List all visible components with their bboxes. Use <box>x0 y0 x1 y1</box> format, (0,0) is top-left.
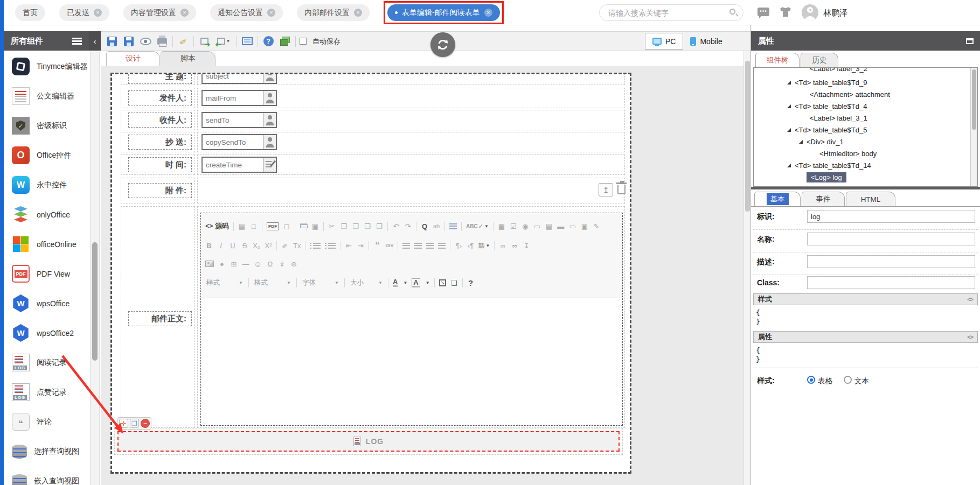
autosave-checkbox[interactable] <box>300 38 307 45</box>
menu-icon[interactable] <box>72 38 82 45</box>
search-icon[interactable] <box>729 9 735 15</box>
link-icon[interactable]: ∞ <box>499 242 506 250</box>
person-picker-icon[interactable] <box>263 73 276 83</box>
form-canvas[interactable]: 主 题: subject 发件人: mailFrom 收件人: sendTo <box>110 73 631 474</box>
username[interactable]: 林鹏泽 <box>823 8 847 18</box>
save-as-button[interactable] <box>122 35 135 48</box>
tab-content-settings[interactable]: 内容管理设置× <box>123 4 196 21</box>
tab-mail-settings[interactable]: 内部邮件设置× <box>297 4 370 21</box>
sidebar-item-security[interactable]: 密级标识 <box>4 111 89 140</box>
wizard-button[interactable]: ✏ <box>174 32 192 50</box>
person-picker-icon[interactable] <box>263 135 276 149</box>
trash-icon[interactable] <box>617 185 625 194</box>
close-icon[interactable]: × <box>484 9 492 17</box>
field-name-input[interactable] <box>807 233 975 245</box>
sidebar-item-embed-query[interactable]: 嵌入查询视图 <box>4 466 89 485</box>
tab-home[interactable]: 首页 <box>15 4 45 21</box>
special-char-icon[interactable]: Ω <box>266 260 274 268</box>
delete-icon[interactable]: − <box>141 419 150 428</box>
refresh-button[interactable] <box>430 32 455 57</box>
sidebar-item-tinymce[interactable]: Tinymce编辑器 <box>4 52 89 81</box>
preview-icon[interactable]: ◻ <box>283 222 290 230</box>
panel-window-icon[interactable] <box>966 38 974 44</box>
message-icon[interactable]: ••• <box>757 8 769 16</box>
strikethrough-icon[interactable]: S <box>241 242 248 250</box>
tab-html[interactable]: HTML <box>846 192 895 206</box>
mailfrom-label[interactable]: 发件人: <box>128 90 192 106</box>
print-button[interactable] <box>156 35 169 48</box>
radio-icon[interactable]: ◉ <box>522 222 529 230</box>
horizontal-rule-icon[interactable]: — <box>242 260 249 268</box>
sidebar-item-pdfview[interactable]: PDFPDF View <box>4 259 89 289</box>
sidebar-item-select-query[interactable]: 选择查询视图 <box>4 437 89 466</box>
mailfrom-input[interactable]: mailFrom <box>201 90 277 106</box>
tree-node[interactable]: <Label> label_3_1 <box>810 113 867 123</box>
sidebar-collapse-button[interactable]: ‹ <box>89 31 101 51</box>
tab-event[interactable]: 事件 <box>802 192 845 206</box>
show-blocks-icon[interactable]: ❏ <box>450 279 458 287</box>
select-field-icon[interactable]: ▬ <box>557 222 565 230</box>
sidebar-item-wpsoffice2[interactable]: wpsOffice2 <box>4 318 89 348</box>
bold-icon[interactable]: B <box>205 242 213 250</box>
attachment-area[interactable] <box>197 178 625 203</box>
duplicate-icon[interactable]: ❐ <box>130 419 139 428</box>
redo-icon[interactable]: ↷ <box>404 222 412 230</box>
copysendto-input[interactable]: copySendTo <box>201 134 277 150</box>
templates-icon[interactable]: ▣ <box>311 222 319 230</box>
expand-icon[interactable] <box>787 104 791 108</box>
tab-notice-settings[interactable]: 通知公告设置× <box>210 4 283 21</box>
tree-node[interactable]: <Htmleditor> body <box>819 148 877 159</box>
scrollbar-thumb[interactable] <box>92 242 98 361</box>
flash-icon[interactable]: ● <box>218 260 226 268</box>
bidi-ltr-icon[interactable]: ¶› <box>455 242 462 250</box>
tab-sent[interactable]: 已发送× <box>59 4 109 21</box>
help-button[interactable]: ? <box>262 35 275 48</box>
tree-scrollbar[interactable] <box>970 68 977 186</box>
subscript-icon[interactable]: X₂ <box>253 242 260 250</box>
html-editor[interactable]: <>源码 ▤ □ PDF ◻ ▣ ✂ ❐ ❒ ❒ <box>200 213 623 426</box>
createtime-label[interactable]: 时 间: <box>128 157 192 172</box>
iframe-icon[interactable]: ⊕ <box>290 260 297 268</box>
device-pc-button[interactable]: PC <box>645 33 683 50</box>
sidebar-item-wpsoffice[interactable]: wpsOffice <box>4 289 89 318</box>
subject-label[interactable]: 主 题: <box>128 73 192 84</box>
attachment-label[interactable]: 附 件: <box>128 183 192 198</box>
checkbox-icon[interactable]: ☑ <box>510 222 517 230</box>
format-dropdown[interactable]: 格式▼ <box>253 278 292 287</box>
tab-history[interactable]: 历史 <box>801 53 838 67</box>
tree-node[interactable]: <Td> table_table$Td_14 <box>787 160 871 171</box>
expand-icon[interactable] <box>787 81 791 85</box>
align-right-icon[interactable] <box>426 243 434 249</box>
tab-form-edit-active[interactable]: 表单编辑-邮件阅读表单 × <box>387 4 500 21</box>
styles-dropdown[interactable]: 样式▼ <box>205 278 244 287</box>
radio-text[interactable] <box>844 376 852 384</box>
smiley-icon[interactable]: ☺ <box>254 259 262 269</box>
code-icon[interactable]: <> <box>967 296 973 303</box>
style-section-header[interactable]: 样式<> <box>753 293 978 305</box>
import-button[interactable]: ➜▼ <box>214 35 233 48</box>
attr-section-header[interactable]: 属性<> <box>753 331 978 343</box>
new-page-icon[interactable]: □ <box>250 222 258 230</box>
expand-icon[interactable] <box>787 164 791 167</box>
sendto-label[interactable]: 收件人: <box>128 113 192 128</box>
bidi-rtl-icon[interactable]: ‹¶ <box>467 242 474 250</box>
tree-node[interactable]: <Td> table_table$Td_4 <box>787 101 867 111</box>
italic-icon[interactable]: I <box>217 242 225 250</box>
div-container-icon[interactable]: DIV <box>385 243 393 248</box>
tab-script[interactable]: 脚本 <box>161 51 216 66</box>
text-field-icon[interactable]: ▭ <box>533 222 541 230</box>
textarea-icon[interactable]: ▤ <box>545 222 553 230</box>
sidebar-item-doc-editor[interactable]: 公文编辑器 <box>4 81 89 111</box>
tab-design[interactable]: 设计 <box>106 51 160 66</box>
replace-icon[interactable]: ab <box>433 223 440 229</box>
tab-component-tree[interactable]: 组件树 <box>755 53 800 67</box>
field-id-input[interactable] <box>807 210 975 223</box>
tab-basic[interactable]: 基本 <box>754 192 801 206</box>
person-picker-icon[interactable] <box>263 91 276 105</box>
cut-icon[interactable]: ✂ <box>328 222 336 230</box>
spell-check-icon[interactable]: ABC✓▼ <box>466 223 489 230</box>
export-button[interactable]: ➜ <box>198 35 211 48</box>
tree-node[interactable]: <Label> label_3_2 <box>810 67 867 74</box>
save-button[interactable] <box>106 35 119 48</box>
sidebar-item-onlyoffice[interactable]: onlyOffice <box>4 200 89 229</box>
